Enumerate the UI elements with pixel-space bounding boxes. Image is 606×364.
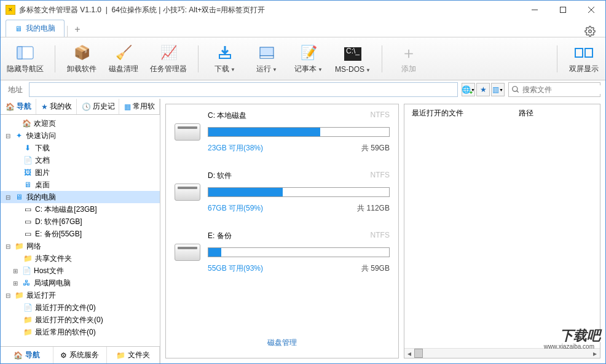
sidebar-tab-fav[interactable]: ★我的收 (36, 99, 77, 114)
collapse-icon[interactable]: ⊟ (4, 194, 12, 201)
disk-manage-link[interactable]: 磁盘管理 (175, 334, 390, 352)
monitor-icon: 🖥 (14, 192, 24, 202)
dual-screen-button[interactable]: 双屏显示 (569, 43, 599, 74)
disk-c[interactable]: C: 本地磁盘NTFS 23GB 可用(38%)共 59GB (175, 110, 390, 153)
svg-rect-1 (561, 7, 566, 13)
titlebar: ✕ 多标签文件管理器 V1.1.0 | 64位操作系统 | 小技巧: Alt+双… (1, 1, 605, 19)
sidebar-tab-nav[interactable]: 🏠导航 (1, 99, 36, 114)
star-icon: ★ (480, 85, 487, 94)
app-icon: ✕ (6, 5, 15, 15)
sidebar-tab-history[interactable]: 🕓历史记 (77, 99, 120, 114)
uninstall-button[interactable]: 📦 卸载软件 (66, 43, 97, 74)
tree-recent-soft[interactable]: 📁最近常用的软件(0) (1, 326, 160, 338)
disk-usage-bar (208, 127, 390, 137)
dual-panel-icon (574, 43, 594, 63)
tree-label: C: 本地磁盘[23GB] (35, 204, 97, 215)
scroll-left-icon[interactable]: ◂ (404, 349, 414, 358)
new-tab-button[interactable]: + (70, 22, 85, 37)
disk-panel: C: 本地磁盘NTFS 23GB 可用(38%)共 59GB D: 软件NTFS… (165, 104, 399, 358)
download-icon (215, 43, 235, 63)
disk-d[interactable]: D: 软件NTFS 67GB 可用(59%)共 112GB (175, 171, 390, 214)
view-mode-button[interactable]: ▥▼ (491, 83, 505, 96)
columns-icon: ▥ (492, 85, 499, 94)
disk-icon: ▭ (23, 229, 33, 239)
scroll-right-icon[interactable]: ▸ (590, 349, 600, 358)
chevron-down-icon: ▼ (318, 67, 323, 72)
tree-drive-d[interactable]: ▭D: 软件[67GB] (1, 215, 160, 228)
disk-available: 55GB 可用(93%) (208, 263, 263, 274)
plus-icon: ＋ (399, 43, 419, 63)
col-path[interactable]: 路径 (519, 108, 592, 118)
tree-recent-folders[interactable]: 📁最近打开的文件夹(0) (1, 314, 160, 326)
tree-documents[interactable]: 📄文档 (1, 154, 160, 166)
hide-nav-button[interactable]: 隐藏导航区 (7, 43, 44, 74)
tree-share[interactable]: 📁共享文件夹 (1, 252, 160, 265)
disk-name: D: 软件 (208, 171, 232, 181)
toolbar-separator (55, 45, 55, 72)
tool-label: 添加 (401, 64, 416, 74)
favorite-button[interactable]: ★ (476, 83, 490, 96)
disk-name: C: 本地磁盘 (208, 110, 246, 121)
expand-icon[interactable]: ⊞ (12, 280, 19, 287)
tree-network[interactable]: ⊟📁网络 (1, 240, 160, 252)
close-button[interactable] (577, 1, 605, 19)
tree-my-computer[interactable]: ⊟🖥我的电脑 (1, 191, 160, 203)
horizontal-scrollbar[interactable]: ◂ ▸ (404, 348, 600, 358)
address-actions: 🌐+▼ ★ ▥▼ (462, 83, 505, 96)
tab-label: 我的电脑 (26, 23, 55, 34)
tree-host[interactable]: ⊞📄Host文件 (1, 265, 160, 277)
collapse-icon[interactable]: ⊟ (4, 133, 12, 139)
bottom-tab-folders[interactable]: 📁文件夹 (107, 347, 160, 363)
tree-drive-e[interactable]: ▭E: 备份[55GB] (1, 228, 160, 240)
notepad-button[interactable]: 📝 记事本▼ (293, 43, 324, 74)
tree-label: 桌面 (35, 180, 50, 190)
disk-available: 67GB 可用(59%) (208, 203, 263, 214)
add-button[interactable]: ＋ 添加 (393, 43, 424, 74)
disk-clean-button[interactable]: 🧹 磁盘清理 (108, 43, 139, 74)
tree-desktop[interactable]: 🖥桌面 (1, 179, 160, 191)
add-favorite-button[interactable]: 🌐+▼ (462, 83, 475, 96)
tab-label: 常用软 (133, 101, 155, 112)
scrollbar-thumb[interactable] (414, 349, 423, 358)
chevron-down-icon: ▼ (366, 68, 371, 73)
sidebar-bottom-tabs: 🏠导航 ⚙系统服务 📁文件夹 (1, 346, 160, 363)
address-label: 地址 (6, 85, 25, 95)
tree-pictures[interactable]: 🖼图片 (1, 166, 160, 179)
tree-recent-files[interactable]: 📄最近打开的文件(0) (1, 301, 160, 314)
toolbar-separator (557, 45, 557, 72)
disk-e[interactable]: E: 备份NTFS 55GB 可用(93%)共 59GB (175, 231, 390, 274)
address-input[interactable] (29, 82, 458, 97)
collapse-icon[interactable]: ⊟ (4, 243, 12, 250)
minimize-button[interactable] (521, 1, 549, 19)
clock-icon: 🕓 (82, 103, 91, 111)
tree-welcome[interactable]: 🏠欢迎页 (1, 117, 160, 130)
disk-total: 共 112GB (357, 203, 390, 214)
tree-downloads[interactable]: ⬇下载 (1, 142, 160, 154)
tree-label: Host文件 (34, 266, 64, 276)
search-box[interactable] (508, 82, 600, 97)
box-icon: 📦 (72, 43, 92, 63)
settings-button[interactable] (584, 26, 596, 37)
sidebar-tab-common[interactable]: ▦常用软 (119, 99, 160, 114)
tree-drive-c[interactable]: ▭C: 本地磁盘[23GB] (1, 203, 160, 215)
expand-icon[interactable]: ⊞ (12, 268, 19, 274)
svg-line-15 (517, 91, 519, 93)
bottom-tab-services[interactable]: ⚙系统服务 (53, 347, 106, 363)
download-button[interactable]: 下载▼ (210, 43, 240, 74)
search-input[interactable] (522, 85, 606, 94)
tab-my-computer[interactable]: 🖥 我的电脑 (6, 20, 65, 37)
col-recent-file[interactable]: 最近打开的文件 (412, 108, 519, 118)
disk-usage-bar (208, 187, 390, 197)
run-button[interactable]: 运行▼ (251, 43, 282, 74)
task-manager-button[interactable]: 📈 任务管理器 (150, 43, 187, 74)
recent-files-panel: 最近打开的文件 路径 ◂ ▸ (404, 104, 600, 358)
tool-label: 双屏显示 (569, 64, 599, 74)
tree-lan[interactable]: ⊞🖧局域网电脑 (1, 277, 160, 289)
bottom-tab-nav[interactable]: 🏠导航 (1, 347, 53, 363)
msdos-button[interactable]: C:\_ MS-DOS▼ (335, 44, 371, 74)
tree-label: 最近打开的文件夹(0) (35, 315, 103, 325)
collapse-icon[interactable]: ⊟ (4, 292, 12, 299)
maximize-button[interactable] (549, 1, 577, 19)
tree-recent[interactable]: ⊟📁最近打开 (1, 289, 160, 301)
tree-quick-access[interactable]: ⊟✦快速访问 (1, 130, 160, 142)
